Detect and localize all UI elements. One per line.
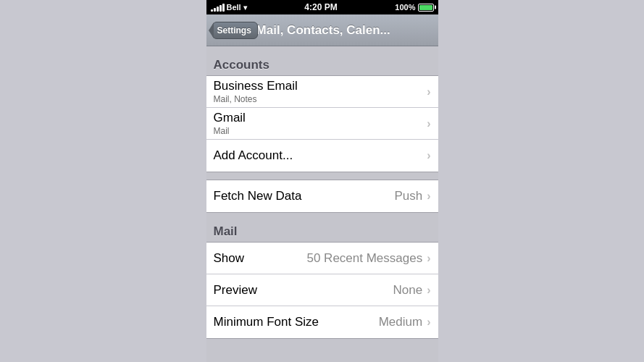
add-account-row[interactable]: Add Account... › — [206, 140, 438, 172]
content: Accounts Business Email Mail, Notes › Gm… — [206, 46, 438, 353]
battery-container — [418, 4, 434, 12]
min-font-size-row[interactable]: Minimum Font Size Medium › — [206, 306, 438, 338]
status-bar: Bell ▾ 4:20 PM 100% — [206, 0, 438, 14]
fetch-new-data-chevron: › — [427, 190, 430, 203]
fetch-new-data-label: Fetch New Data — [214, 189, 395, 203]
battery-fill — [419, 5, 432, 10]
show-value: 50 Recent Messages — [306, 251, 422, 266]
wifi-icon: ▾ — [243, 4, 247, 12]
preview-label: Preview — [214, 283, 393, 298]
gmail-label: Gmail — [214, 111, 427, 125]
business-email-label: Business Email — [214, 79, 427, 93]
show-chevron: › — [427, 252, 430, 265]
min-font-size-right: Medium › — [379, 315, 431, 329]
preview-content: Preview — [214, 283, 393, 298]
back-button-label: Settings — [217, 25, 251, 35]
signal-bars — [211, 3, 225, 12]
gmail-right: › — [427, 117, 430, 130]
fetch-new-data-value: Push — [394, 189, 422, 203]
signal-bar-2 — [214, 8, 216, 12]
status-right: 100% — [395, 3, 433, 12]
business-email-chevron: › — [427, 85, 430, 98]
preview-chevron: › — [427, 284, 430, 297]
back-button[interactable]: Settings — [212, 22, 258, 39]
signal-bar-5 — [222, 4, 225, 12]
preview-value: None — [393, 283, 423, 298]
fetch-new-data-right: Push › — [394, 189, 430, 203]
show-content: Show — [214, 251, 307, 266]
status-left: Bell ▾ — [211, 3, 247, 12]
min-font-size-label: Minimum Font Size — [214, 315, 379, 329]
fetch-new-data-group: Fetch New Data Push › — [206, 180, 438, 213]
show-row[interactable]: Show 50 Recent Messages › — [206, 243, 438, 274]
min-font-size-content: Minimum Font Size — [214, 315, 379, 329]
business-email-row[interactable]: Business Email Mail, Notes › — [206, 76, 438, 108]
preview-right: None › — [393, 283, 431, 298]
signal-bar-1 — [211, 9, 213, 12]
add-account-content: Add Account... — [214, 148, 427, 163]
mail-group: Show 50 Recent Messages › Preview None › — [206, 242, 438, 339]
gmail-content: Gmail Mail — [214, 111, 427, 136]
min-font-size-chevron: › — [427, 316, 430, 329]
battery-icon — [418, 4, 434, 12]
fetch-new-data-content: Fetch New Data — [214, 189, 395, 203]
add-account-label: Add Account... — [214, 148, 427, 163]
phone-screen: Bell ▾ 4:20 PM 100% Settings Mail, Conta… — [206, 0, 438, 362]
business-email-right: › — [427, 85, 430, 98]
add-account-right: › — [427, 149, 430, 162]
show-right: 50 Recent Messages › — [306, 251, 430, 266]
show-label: Show — [214, 251, 307, 266]
nav-bar: Settings Mail, Contacts, Calen... — [206, 14, 438, 46]
gmail-sublabel: Mail — [214, 126, 427, 136]
accounts-group: Business Email Mail, Notes › Gmail Mail … — [206, 75, 438, 172]
time-display: 4:20 PM — [304, 2, 337, 12]
min-font-size-value: Medium — [379, 315, 422, 329]
business-email-content: Business Email Mail, Notes — [214, 79, 427, 104]
preview-row[interactable]: Preview None › — [206, 274, 438, 306]
mail-section-header: Mail — [206, 220, 438, 242]
battery-percent-label: 100% — [395, 3, 415, 12]
gmail-chevron: › — [427, 117, 430, 130]
signal-bar-3 — [217, 7, 219, 12]
business-email-sublabel: Mail, Notes — [214, 94, 427, 104]
carrier-label: Bell — [227, 3, 241, 12]
accounts-section-header: Accounts — [206, 54, 438, 75]
add-account-chevron: › — [427, 149, 430, 162]
fetch-new-data-row[interactable]: Fetch New Data Push › — [206, 180, 438, 212]
gmail-row[interactable]: Gmail Mail › — [206, 108, 438, 140]
signal-bar-4 — [219, 5, 222, 12]
